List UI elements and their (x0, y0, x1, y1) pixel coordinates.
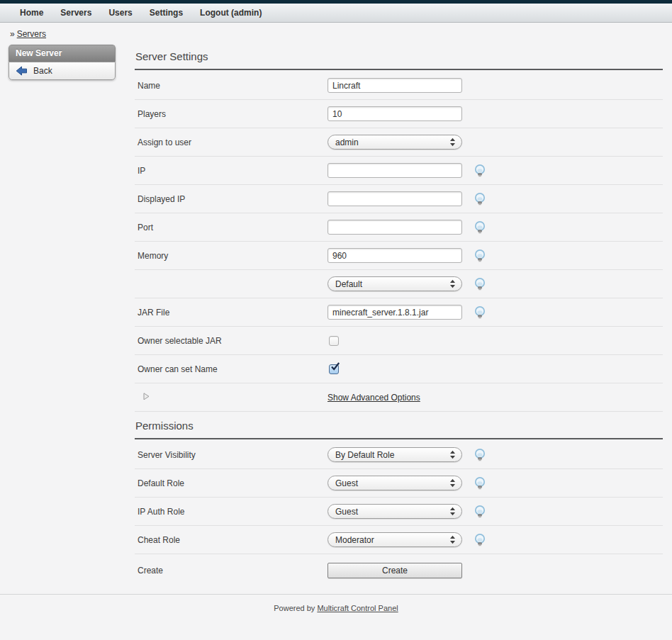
hint-bulb-icon[interactable] (474, 305, 486, 319)
section-rule (135, 438, 663, 439)
hint-bulb-icon[interactable] (474, 533, 486, 546)
name-input[interactable] (327, 78, 462, 93)
field-label: Server Visibility (138, 450, 327, 460)
jar-file-input[interactable] (327, 305, 462, 320)
footer: Powered byMulticraft Control Panel (0, 594, 672, 612)
show-advanced-options-link[interactable]: Show Advanced Options (327, 393, 420, 403)
form-row-ip-auth-role: IP Auth RoleGuest (135, 498, 663, 526)
select-value: Default (328, 279, 449, 289)
field-control (327, 163, 486, 178)
nav-item-servers[interactable]: Servers (52, 4, 100, 23)
page: HomeServersUsersSettingsLogout (admin) »… (0, 0, 672, 640)
form-row-assign-to-user: Assign to useradmin (135, 128, 663, 157)
form-row-create: CreateCreate (135, 554, 663, 587)
port-input[interactable] (327, 220, 462, 235)
hint-bulb-icon[interactable] (474, 505, 486, 518)
owner-selectable-jar-checkbox[interactable] (329, 336, 339, 346)
footer-link-multicraft[interactable]: Multicraft Control Panel (317, 604, 398, 612)
create-button[interactable]: Create (327, 563, 462, 578)
select-value: By Default Role (328, 450, 449, 460)
field-label (138, 393, 327, 403)
field-control (327, 191, 486, 206)
field-label: Memory (138, 251, 327, 261)
players-input[interactable] (327, 106, 462, 121)
ip-auth-role-select[interactable]: Guest (327, 504, 462, 519)
breadcrumb-symbol: » (10, 29, 15, 39)
displayed-ip-input[interactable] (327, 191, 462, 206)
updown-arrows-icon (449, 507, 461, 516)
owner-can-set-name-checkbox[interactable] (329, 364, 339, 374)
form-row-players: Players (135, 100, 663, 128)
select-value: Guest (328, 478, 449, 488)
sidebar-panel: New Server Back (9, 45, 116, 80)
hint-bulb-icon[interactable] (474, 220, 486, 234)
field-control (327, 336, 339, 346)
nav-item-settings[interactable]: Settings (141, 4, 191, 23)
form-row-ip: IP (135, 157, 663, 185)
section-rule (135, 69, 663, 70)
section-title-server-settings: Server Settings (135, 43, 663, 69)
updown-arrows-icon (449, 535, 461, 544)
assign-to-user-select[interactable]: admin (327, 135, 462, 150)
updown-arrows-icon (449, 450, 461, 459)
sidebar-title: New Server (9, 45, 116, 62)
field-control (327, 248, 486, 263)
form-row-port: Port (135, 213, 663, 242)
back-button[interactable]: Back (9, 62, 116, 80)
default-select[interactable]: Default (327, 276, 462, 291)
field-control (327, 78, 462, 93)
field-control: Show Advanced Options (327, 393, 420, 403)
nav-item-users[interactable]: Users (100, 4, 140, 23)
form-row-name: Name (135, 72, 663, 100)
form-row-jar-file: JAR File (135, 298, 663, 327)
field-control: Default (327, 276, 486, 291)
breadcrumb-link-servers[interactable]: Servers (17, 29, 46, 39)
form-row-cheat-role: Cheat RoleModerator (135, 526, 663, 554)
field-label: IP (138, 166, 327, 176)
main-content: Server SettingsNamePlayersAssign to user… (135, 43, 663, 587)
form-row-owner-can-set-name: Owner can set Name (135, 355, 663, 383)
form-row-displayed-ip: Displayed IP (135, 185, 663, 213)
field-control (327, 364, 339, 374)
field-label: Port (138, 223, 327, 232)
field-label: Name (138, 81, 327, 91)
field-label: JAR File (138, 308, 327, 318)
field-label: Default Role (138, 478, 327, 488)
select-value: Guest (328, 507, 449, 517)
default-role-select[interactable]: Guest (327, 476, 462, 490)
section-title-permissions: Permissions (135, 412, 663, 438)
hint-bulb-icon[interactable] (474, 164, 486, 177)
field-control: By Default Role (327, 447, 486, 462)
updown-arrows-icon (449, 478, 461, 488)
field-label: Create (138, 566, 327, 576)
select-value: admin (328, 137, 449, 147)
field-control (327, 220, 486, 235)
triangle-right-icon[interactable] (143, 393, 150, 400)
ip-input[interactable] (327, 163, 462, 178)
hint-bulb-icon[interactable] (474, 448, 486, 461)
updown-arrows-icon (449, 137, 461, 147)
field-control: Guest (327, 476, 486, 490)
cheat-role-select[interactable]: Moderator (327, 532, 462, 547)
form-row-default-role: Default RoleGuest (135, 469, 663, 498)
field-label: Owner selectable JAR (138, 336, 327, 346)
memory-input[interactable] (327, 248, 462, 263)
back-arrow-icon (16, 66, 28, 76)
field-label: Assign to user (138, 137, 327, 147)
nav-item-home[interactable]: Home (11, 4, 52, 23)
field-label: IP Auth Role (138, 507, 327, 517)
field-label: Owner can set Name (138, 364, 327, 374)
hint-bulb-icon[interactable] (474, 249, 486, 262)
hint-bulb-icon[interactable] (474, 476, 486, 490)
nav-item-logout-admin[interactable]: Logout (admin) (191, 4, 270, 23)
form-row-server-visibility: Server VisibilityBy Default Role (135, 441, 663, 469)
server-visibility-select[interactable]: By Default Role (327, 447, 462, 462)
hint-bulb-icon[interactable] (474, 192, 486, 206)
form-row-memory: Memory (135, 242, 663, 270)
top-nav: HomeServersUsersSettingsLogout (admin) (0, 4, 672, 23)
field-control: admin (327, 135, 462, 150)
form-row-show-advanced-options: Show Advanced Options (135, 383, 663, 412)
hint-bulb-icon[interactable] (474, 277, 486, 291)
back-label: Back (33, 66, 52, 76)
field-label: Cheat Role (138, 535, 327, 545)
